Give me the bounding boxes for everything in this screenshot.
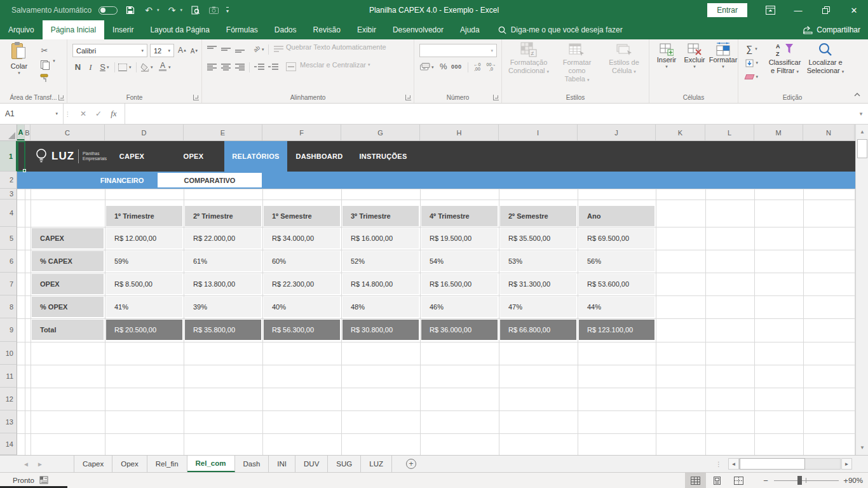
- table-row-label-capex[interactable]: % CAPEX: [32, 251, 104, 271]
- column-header-G[interactable]: G: [341, 125, 420, 140]
- table-cell[interactable]: 60%: [264, 251, 340, 271]
- column-header-K[interactable]: K: [656, 125, 705, 140]
- table-cell[interactable]: R$ 8.500,00: [106, 274, 182, 294]
- sort-filter-button[interactable]: AZ Classificare Filtrar ▾: [766, 42, 803, 76]
- table-cell[interactable]: R$ 14.800,00: [342, 274, 419, 294]
- autosave-toggle[interactable]: [98, 6, 118, 15]
- redo-dropdown-icon[interactable]: ▾: [180, 8, 183, 13]
- sheet-tab-sug[interactable]: SUG: [328, 456, 361, 472]
- table-cell[interactable]: 39%: [185, 297, 261, 317]
- row-header-2[interactable]: 2: [0, 172, 17, 189]
- decrease-decimal-icon[interactable]: 00→,0: [485, 62, 497, 72]
- column-header-N[interactable]: N: [803, 125, 855, 140]
- table-cell[interactable]: R$ 66.800,00: [500, 320, 576, 340]
- conditional-formatting-button[interactable]: ≠ FormataçãoCondicional ▾: [506, 42, 552, 76]
- ribbon-tab-inserir[interactable]: Inserir: [104, 20, 142, 39]
- table-cell[interactable]: 48%: [342, 297, 419, 317]
- table-cell[interactable]: 41%: [106, 297, 182, 317]
- camera-icon[interactable]: [208, 4, 219, 16]
- fill-color-dropdown-icon[interactable]: ▾: [151, 65, 153, 70]
- row-header-11[interactable]: 11: [0, 365, 17, 388]
- table-col-header-1[interactable]: 1º Trimestre: [106, 206, 182, 226]
- table-cell[interactable]: R$ 53.600,00: [579, 274, 654, 294]
- macro-record-icon[interactable]: [39, 476, 48, 484]
- increase-decimal-icon[interactable]: ←0,00: [471, 62, 483, 72]
- table-col-header-6[interactable]: 2º Semestre: [500, 206, 576, 226]
- ribbon-display-options-icon[interactable]: [756, 0, 784, 20]
- hscroll-left-icon[interactable]: ◄: [728, 458, 739, 470]
- share-button[interactable]: Compartilhar: [803, 20, 860, 39]
- ribbon-tab-dados[interactable]: Dados: [266, 20, 305, 39]
- sign-in-button[interactable]: Entrar: [707, 3, 747, 17]
- horizontal-scroll-thumb[interactable]: [740, 458, 805, 470]
- table-cell[interactable]: R$ 31.300,00: [500, 274, 576, 294]
- table-cell[interactable]: 54%: [421, 251, 498, 271]
- column-header-L[interactable]: L: [705, 125, 754, 140]
- row-header-3[interactable]: 3: [0, 189, 17, 200]
- fill-button[interactable]: ▾: [742, 57, 761, 69]
- cell-styles-button[interactable]: Estilos deCélula ▾: [602, 42, 646, 76]
- merge-center-button[interactable]: Mesclar e Centralizar ▾: [300, 61, 370, 69]
- table-cell[interactable]: R$ 16.500,00: [421, 274, 498, 294]
- table-cell[interactable]: R$ 20.500,00: [106, 320, 182, 340]
- format-as-table-button[interactable]: Formatar comoTabela ▾: [554, 42, 600, 84]
- hscroll-right-icon[interactable]: ►: [841, 458, 852, 470]
- print-preview-icon[interactable]: [189, 4, 201, 16]
- column-header-H[interactable]: H: [420, 125, 499, 140]
- column-header-C[interactable]: C: [31, 125, 105, 140]
- subtab-financeiro[interactable]: FINANCEIRO: [78, 172, 166, 189]
- restore-button[interactable]: [812, 0, 840, 20]
- ribbon-tab-página-inicial[interactable]: Página Inicial: [43, 20, 104, 39]
- ribbon-tab-ajuda[interactable]: Ajuda: [452, 20, 488, 39]
- fill-color-icon[interactable]: [140, 62, 150, 72]
- scroll-up-icon[interactable]: ▲: [857, 125, 868, 138]
- row-header-9[interactable]: 9: [0, 318, 17, 342]
- sheet-tab-capex[interactable]: Capex: [74, 456, 112, 472]
- align-left-icon[interactable]: [207, 63, 217, 71]
- bold-button[interactable]: N: [72, 62, 83, 72]
- font-name-select[interactable]: Calibri▾: [72, 44, 147, 57]
- table-cell[interactable]: 47%: [500, 297, 576, 317]
- clipboard-dialog-launcher[interactable]: [58, 95, 64, 100]
- align-center-icon[interactable]: [221, 63, 231, 71]
- find-select-button[interactable]: Localizar eSelecionar ▾: [806, 42, 845, 76]
- sheet-tab-duv[interactable]: DUV: [295, 456, 328, 472]
- view-page-break-button[interactable]: [728, 473, 749, 488]
- nav-tab-opex[interactable]: OPEX: [166, 141, 220, 172]
- alignment-dialog-launcher[interactable]: [405, 95, 411, 100]
- table-cell[interactable]: 59%: [106, 251, 182, 271]
- row-header-6[interactable]: 6: [0, 250, 17, 273]
- font-dialog-launcher[interactable]: [193, 95, 199, 100]
- sheet-grid[interactable]: LUZPlanilhasEmpresariaisCAPEXOPEXRELATÓR…: [0, 141, 855, 455]
- column-header-F[interactable]: F: [262, 125, 341, 140]
- selection-fill-handle[interactable]: [23, 169, 26, 172]
- zoom-slider-track[interactable]: [774, 480, 839, 481]
- column-header-A[interactable]: A: [17, 125, 25, 140]
- undo-icon[interactable]: ↶: [143, 4, 154, 16]
- sheet-tab-rel_fin[interactable]: Rel_fin: [147, 456, 187, 472]
- table-cell[interactable]: R$ 123.100,00: [579, 320, 654, 340]
- table-cell[interactable]: R$ 22.000,00: [185, 228, 261, 248]
- table-cell[interactable]: R$ 35.800,00: [185, 320, 261, 340]
- zoom-percentage[interactable]: 90%: [848, 473, 863, 488]
- copy-button[interactable]: [38, 58, 51, 70]
- sheet-tab-ini[interactable]: INI: [269, 456, 295, 472]
- ribbon-tab-revisão[interactable]: Revisão: [305, 20, 349, 39]
- increase-indent-icon[interactable]: [268, 63, 278, 71]
- format-painter-button[interactable]: [38, 72, 51, 84]
- number-dialog-launcher[interactable]: [493, 95, 499, 100]
- table-col-header-4[interactable]: 3º Trimestre: [342, 206, 419, 226]
- column-header-D[interactable]: D: [105, 125, 184, 140]
- column-header-J[interactable]: J: [578, 125, 656, 140]
- decrease-font-button[interactable]: A▼: [189, 45, 200, 57]
- align-middle-icon[interactable]: [221, 45, 231, 53]
- increase-font-button[interactable]: A▲: [177, 44, 188, 56]
- sheet-tab-rel_com[interactable]: Rel_com: [187, 456, 235, 472]
- table-row-label-opex[interactable]: OPEX: [32, 274, 104, 294]
- ribbon-tab-desenvolvedor[interactable]: Desenvolvedor: [384, 20, 452, 39]
- table-col-header-7[interactable]: Ano: [579, 206, 654, 226]
- table-cell[interactable]: R$ 30.800,00: [342, 320, 419, 340]
- underline-dropdown-icon[interactable]: ▾: [107, 65, 109, 70]
- row-header-5[interactable]: 5: [0, 227, 17, 250]
- column-header-I[interactable]: I: [499, 125, 578, 140]
